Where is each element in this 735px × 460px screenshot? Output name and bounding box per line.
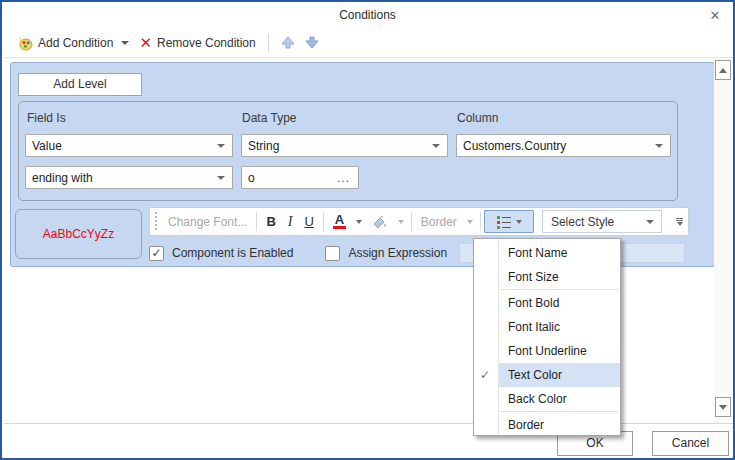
- column-label: Column: [457, 111, 498, 125]
- toolbar-grip-handle[interactable]: [154, 212, 158, 231]
- checkmark-icon: ✓: [151, 246, 161, 260]
- add-condition-button[interactable]: Add Condition: [12, 32, 134, 54]
- format-separator: [323, 212, 324, 231]
- format-separator: [411, 212, 412, 231]
- arrow-up-icon: [281, 36, 295, 49]
- scroll-up-button[interactable]: [715, 60, 731, 80]
- operand-value: o: [248, 171, 255, 185]
- italic-icon: I: [288, 214, 293, 230]
- conditions-toolbar: Add Condition ✕ Remove Condition: [4, 28, 733, 58]
- operand-value-field[interactable]: o ...: [241, 166, 359, 189]
- operator-value: ending with: [32, 171, 93, 185]
- column-value: Customers.Country: [463, 139, 566, 153]
- scroll-up-icon: [719, 68, 727, 73]
- chevron-down-icon[interactable]: [646, 220, 654, 224]
- change-font-button[interactable]: Change Font...: [162, 210, 253, 233]
- text-color-button[interactable]: A: [327, 210, 352, 233]
- move-up-button[interactable]: [278, 34, 298, 52]
- menu-separator: [501, 411, 618, 412]
- conditions-dialog: Conditions ✕ Add Condition ✕ Remove Cond…: [0, 0, 735, 460]
- condition-item-panel: Add Level Field Is Data Type Column Valu…: [10, 62, 715, 267]
- remove-condition-label: Remove Condition: [157, 36, 256, 50]
- add-condition-label: Add Condition: [38, 36, 113, 50]
- column-combobox[interactable]: Customers.Country: [456, 134, 671, 157]
- back-color-button[interactable]: [366, 210, 394, 233]
- style-preview: AaBbCcYyZz: [15, 209, 142, 259]
- menu-item-text-color[interactable]: ✓ Text Color: [474, 363, 620, 387]
- field-is-value: Value: [32, 139, 62, 153]
- menu-item-font-underline[interactable]: Font Underline: [474, 339, 620, 363]
- dialog-footer: OK Cancel: [4, 423, 733, 456]
- remove-condition-button[interactable]: ✕ Remove Condition: [134, 32, 260, 54]
- scroll-down-button[interactable]: [715, 397, 731, 417]
- toolbar-separator: [268, 34, 269, 52]
- format-separator: [480, 212, 481, 231]
- underline-button[interactable]: U: [298, 210, 319, 233]
- text-color-dropdown-icon[interactable]: [356, 220, 362, 224]
- style-components-dropdown-icon[interactable]: [516, 220, 522, 224]
- toolbar-overflow-button[interactable]: [673, 210, 686, 233]
- back-color-dropdown-icon[interactable]: [398, 220, 404, 224]
- border-button[interactable]: Border: [415, 210, 463, 233]
- close-icon[interactable]: ✕: [706, 7, 724, 25]
- scroll-down-icon: [719, 405, 727, 410]
- chevron-down-icon[interactable]: [217, 144, 225, 148]
- data-type-value: String: [248, 139, 279, 153]
- conditions-list-area: Add Level Field Is Data Type Column Valu…: [4, 59, 733, 426]
- format-toolbar: Change Font... B I U A: [149, 207, 689, 236]
- bold-button[interactable]: B: [260, 210, 281, 233]
- operator-combobox[interactable]: ending with: [25, 166, 233, 189]
- style-components-button[interactable]: [484, 210, 534, 233]
- assign-expression-checkbox[interactable]: [325, 246, 340, 261]
- browse-button[interactable]: ...: [337, 171, 350, 185]
- border-button-label: Border: [421, 215, 457, 229]
- format-separator: [256, 212, 257, 231]
- chevron-down-icon[interactable]: [432, 144, 440, 148]
- overflow-chevron-icon: [677, 222, 683, 226]
- chevron-down-icon[interactable]: [655, 144, 663, 148]
- dialog-title: Conditions: [2, 8, 733, 22]
- text-color-icon: A: [333, 214, 346, 229]
- data-type-combobox[interactable]: String: [241, 134, 448, 157]
- add-condition-dropdown-icon[interactable]: [121, 41, 129, 45]
- menu-item-font-bold[interactable]: Font Bold: [474, 291, 620, 315]
- chevron-down-icon[interactable]: [217, 176, 225, 180]
- assign-expression-label: Assign Expression: [348, 246, 447, 260]
- add-condition-icon: [17, 35, 33, 51]
- arrow-down-icon: [305, 36, 319, 49]
- vertical-scrollbar[interactable]: [714, 59, 732, 426]
- component-enabled-label: Component is Enabled: [172, 246, 293, 260]
- cancel-button[interactable]: Cancel: [652, 431, 729, 456]
- border-dropdown-icon[interactable]: [467, 220, 473, 224]
- italic-button[interactable]: I: [282, 210, 299, 233]
- menu-separator: [501, 289, 618, 290]
- select-style-value: Select Style: [551, 215, 614, 229]
- menu-item-back-color[interactable]: Back Color: [474, 387, 620, 411]
- style-components-menu: Font Name Font Size Font Bold Font Itali…: [473, 238, 621, 436]
- select-style-combobox[interactable]: Select Style: [542, 210, 662, 233]
- field-is-label: Field Is: [27, 111, 66, 125]
- underline-icon: U: [304, 214, 313, 229]
- menu-checkmark-icon: ✓: [480, 368, 490, 382]
- style-list-icon: [496, 215, 512, 229]
- title-bar: Conditions ✕: [2, 2, 733, 28]
- menu-item-border[interactable]: Border: [474, 413, 620, 437]
- bold-icon: B: [266, 214, 275, 229]
- condition-expression-group: Field Is Data Type Column Value String C…: [18, 101, 678, 201]
- move-down-button[interactable]: [302, 34, 322, 52]
- field-is-combobox[interactable]: Value: [25, 134, 233, 157]
- menu-item-font-size[interactable]: Font Size: [474, 265, 620, 289]
- paint-bucket-icon: [372, 215, 388, 229]
- add-level-button[interactable]: Add Level: [18, 73, 142, 96]
- menu-item-font-name[interactable]: Font Name: [474, 241, 620, 265]
- data-type-label: Data Type: [242, 111, 296, 125]
- component-enabled-checkbox[interactable]: ✓: [149, 246, 164, 261]
- menu-item-font-italic[interactable]: Font Italic: [474, 315, 620, 339]
- remove-condition-icon: ✕: [139, 35, 152, 51]
